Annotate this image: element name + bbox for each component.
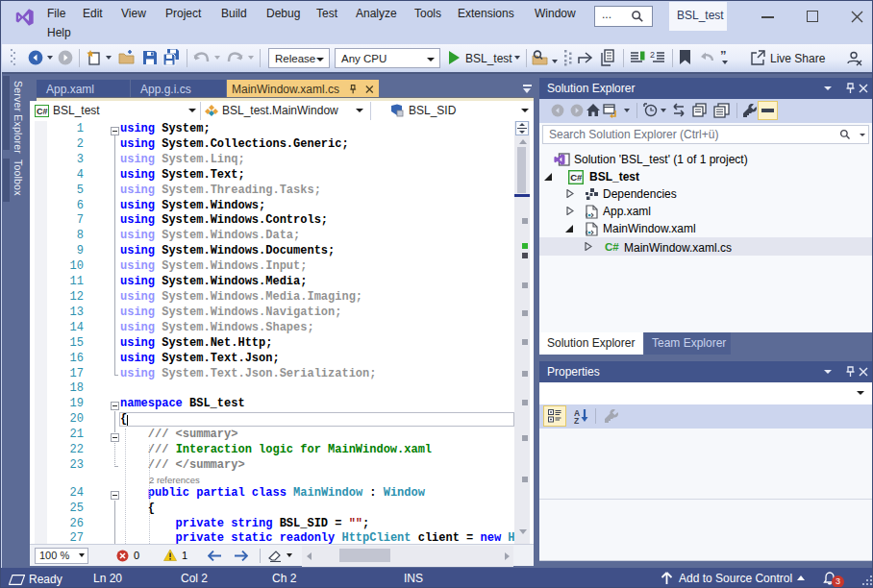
svg-text:2: 2 (650, 51, 655, 60)
svg-text:Z: Z (574, 416, 579, 425)
svg-text:C#: C# (570, 172, 583, 183)
svg-text:C#: C# (37, 107, 48, 116)
